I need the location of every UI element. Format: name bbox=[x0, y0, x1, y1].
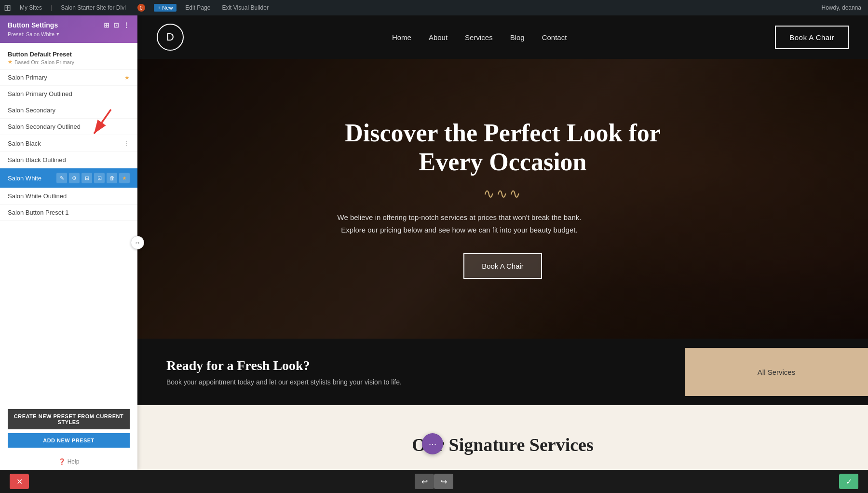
new-post-link[interactable]: + New bbox=[154, 4, 177, 12]
my-sites-label: My Sites bbox=[20, 4, 42, 11]
exit-builder-label: Exit Visual Builder bbox=[222, 4, 269, 11]
my-sites-link[interactable]: My Sites bbox=[17, 2, 45, 13]
nav-link-about[interactable]: About bbox=[429, 33, 448, 41]
preset-edit-btn[interactable]: ✎ bbox=[56, 173, 67, 183]
help-link[interactable]: ❓ Help bbox=[0, 453, 137, 470]
floating-btn-icon: ··· bbox=[429, 438, 437, 450]
panel-preset-selector[interactable]: Preset: Salon White ▾ bbox=[8, 31, 130, 37]
nav-link-services[interactable]: Services bbox=[465, 33, 493, 41]
howdy-label: Howdy, deanna bbox=[822, 4, 862, 11]
panel-title-row: Button Settings ⊞ ⊡ ⋮ bbox=[8, 21, 130, 29]
panel-icon-window[interactable]: ⊡ bbox=[113, 21, 119, 29]
confirm-icon: ✓ bbox=[846, 477, 852, 486]
cta-title: Ready for a Fresh Look? bbox=[166, 358, 656, 373]
preset-name: Salon Black Outlined bbox=[8, 156, 130, 164]
panel-header: Button Settings ⊞ ⊡ ⋮ Preset: Salon Whit… bbox=[0, 15, 137, 43]
edit-page-link[interactable]: Edit Page bbox=[182, 2, 213, 13]
new-label: + New bbox=[158, 5, 173, 11]
preset-star-btn[interactable]: ★ bbox=[119, 173, 130, 183]
preset-list-container: Button Default Preset ★ Based On: Salon … bbox=[0, 43, 137, 403]
confirm-button[interactable]: ✓ bbox=[839, 474, 858, 489]
undo-button[interactable]: ↩ bbox=[415, 474, 434, 489]
panel-preset-dropdown-icon: ▾ bbox=[56, 31, 59, 37]
panel-icon-grid[interactable]: ⊞ bbox=[104, 21, 109, 29]
redo-icon: ↪ bbox=[441, 477, 447, 486]
preset-item-salon-secondary-outlined[interactable]: Salon Secondary Outlined bbox=[0, 119, 137, 135]
help-label: Help bbox=[68, 458, 80, 465]
panel-bottom: CREATE NEW PRESET FROM CURRENT STYLES AD… bbox=[0, 403, 137, 453]
undo-icon: ↩ bbox=[421, 477, 428, 486]
site-logo-letter: D bbox=[166, 31, 174, 43]
default-preset-based-text: Based On: Salon Primary bbox=[14, 59, 74, 65]
admin-bar: ⊞ My Sites | Salon Starter Site for Divi… bbox=[0, 0, 868, 15]
star-icon: ★ bbox=[8, 59, 13, 65]
create-preset-button[interactable]: CREATE NEW PRESET FROM CURRENT STYLES bbox=[8, 409, 130, 429]
nav-link-blog[interactable]: Blog bbox=[510, 33, 525, 41]
cta-subtitle: Book your appointment today and let our … bbox=[166, 378, 656, 386]
default-preset-name: Button Default Preset bbox=[8, 51, 130, 58]
panel-icon-more[interactable]: ⋮ bbox=[123, 21, 130, 29]
resize-handle[interactable]: ↔ bbox=[131, 236, 144, 249]
hero-section: Discover the Perfect Look for Every Occa… bbox=[137, 59, 868, 339]
preset-delete-btn[interactable]: 🗑 bbox=[107, 173, 117, 183]
cta-left: Ready for a Fresh Look? Book your appoin… bbox=[137, 339, 685, 405]
all-services-button[interactable]: All Services bbox=[685, 348, 868, 396]
panel-title-text: Button Settings bbox=[8, 21, 58, 29]
preset-settings-btn[interactable]: ⚙ bbox=[69, 173, 80, 183]
preset-item-salon-white[interactable]: Salon White ✎ ⚙ ⊞ ⊡ 🗑 ★ bbox=[0, 168, 137, 188]
preset-name: Salon Secondary bbox=[8, 107, 130, 114]
preset-name: Salon Secondary Outlined bbox=[8, 123, 130, 130]
close-icon: ✕ bbox=[16, 477, 23, 486]
panel-header-icons: ⊞ ⊡ ⋮ bbox=[104, 21, 130, 29]
wp-logo-icon[interactable]: ⊞ bbox=[4, 2, 11, 13]
preset-name: Salon Black bbox=[8, 140, 123, 147]
hero-divider: ∿∿∿ bbox=[334, 186, 672, 202]
separator: | bbox=[51, 4, 52, 11]
hero-content: Discover the Perfect Look for Every Occa… bbox=[334, 119, 672, 279]
services-section: Our Signature Services bbox=[137, 405, 868, 470]
preset-item-salon-button-preset-1[interactable]: Salon Button Preset 1 bbox=[0, 205, 137, 221]
site-logo: D bbox=[157, 24, 184, 51]
preset-item-salon-white-outlined[interactable]: Salon White Outlined bbox=[0, 188, 137, 205]
preset-item-salon-primary[interactable]: Salon Primary ★ bbox=[0, 69, 137, 86]
preset-toolbar: ✎ ⚙ ⊞ ⊡ 🗑 ★ bbox=[56, 173, 130, 183]
floating-action-button[interactable]: ··· bbox=[422, 433, 443, 454]
site-name-link[interactable]: Salon Starter Site for Divi bbox=[58, 2, 129, 13]
preset-star-icon: ★ bbox=[124, 74, 130, 81]
hero-title: Discover the Perfect Look for Every Occa… bbox=[334, 119, 672, 177]
preset-name: Salon Button Preset 1 bbox=[8, 209, 130, 216]
cta-section: Ready for a Fresh Look? Book your appoin… bbox=[137, 339, 868, 405]
bottom-bar: ✕ ↩ ↪ ✓ bbox=[0, 470, 868, 493]
site-navigation: D Home About Services Blog Contact Book … bbox=[137, 15, 868, 59]
howdy-user: Howdy, deanna bbox=[819, 2, 865, 13]
preset-item-salon-black[interactable]: Salon Black ⋮ bbox=[0, 135, 137, 152]
site-name-label: Salon Starter Site for Divi bbox=[61, 4, 126, 11]
preset-name: Salon White Outlined bbox=[8, 192, 130, 200]
exit-builder-link[interactable]: Exit Visual Builder bbox=[219, 2, 271, 13]
preset-duplicate-btn[interactable]: ⊡ bbox=[94, 173, 105, 183]
preset-item-salon-primary-outlined[interactable]: Salon Primary Outlined bbox=[0, 86, 137, 102]
services-title: Our Signature Services bbox=[157, 434, 849, 455]
left-panel: Button Settings ⊞ ⊡ ⋮ Preset: Salon Whit… bbox=[0, 15, 137, 470]
preset-item-salon-secondary[interactable]: Salon Secondary bbox=[0, 102, 137, 119]
default-preset-based-on: ★ Based On: Salon Primary bbox=[8, 59, 130, 65]
preset-copy-btn[interactable]: ⊞ bbox=[81, 173, 92, 183]
comments-link[interactable]: 0 bbox=[135, 2, 148, 14]
hero-cta-button[interactable]: Book A Chair bbox=[463, 253, 542, 279]
nav-link-contact[interactable]: Contact bbox=[542, 33, 567, 41]
nav-link-home[interactable]: Home bbox=[392, 33, 411, 41]
admin-bar-right: Howdy, deanna bbox=[819, 2, 865, 13]
nav-cta-button[interactable]: Book A Chair bbox=[775, 26, 849, 49]
panel-preset-label-text: Preset: Salon White bbox=[8, 31, 54, 37]
add-preset-button[interactable]: ADD NEW PRESET bbox=[8, 433, 130, 448]
hero-subtitle: We believe in offering top-notch service… bbox=[334, 211, 585, 236]
preset-more-icon[interactable]: ⋮ bbox=[123, 139, 130, 147]
close-button[interactable]: ✕ bbox=[10, 474, 29, 489]
redo-button[interactable]: ↪ bbox=[434, 474, 453, 489]
preset-name: Salon Primary Outlined bbox=[8, 90, 130, 97]
default-preset-section: Button Default Preset ★ Based On: Salon … bbox=[0, 47, 137, 69]
edit-page-label: Edit Page bbox=[185, 4, 210, 11]
preset-name: Salon White bbox=[8, 175, 56, 182]
preset-item-salon-black-outlined[interactable]: Salon Black Outlined bbox=[0, 152, 137, 168]
main-container: Button Settings ⊞ ⊡ ⋮ Preset: Salon Whit… bbox=[0, 15, 868, 470]
